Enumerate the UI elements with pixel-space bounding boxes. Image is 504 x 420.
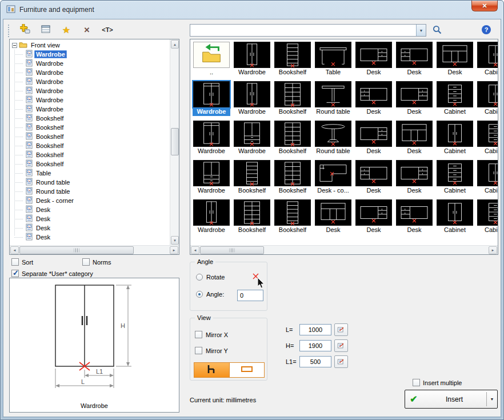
insert-multiple-checkbox[interactable]: [413, 379, 420, 386]
tree-vertical-scrollbar[interactable]: ▲ ▼: [170, 39, 179, 245]
tree-item-bookshelf[interactable]: Bookshelf: [10, 150, 170, 159]
grid-cell-desk[interactable]: Desk: [355, 121, 393, 157]
grid-cell-desk[interactable]: Desk: [436, 42, 474, 78]
search-combobox[interactable]: ▼: [190, 24, 426, 37]
angle-value-input[interactable]: [237, 290, 263, 301]
grid-cell-wardrobe[interactable]: Wardrobe: [193, 199, 230, 236]
scroll-left-arrow[interactable]: ◄: [191, 246, 199, 254]
angle-radio[interactable]: [196, 291, 203, 298]
delete-button[interactable]: ✕: [79, 22, 95, 37]
grid-cell-desk[interactable]: Desk: [355, 160, 393, 197]
scroll-up-arrow[interactable]: ▲: [171, 40, 179, 49]
close-button[interactable]: ✕: [471, 1, 498, 11]
scroll-right-arrow[interactable]: ►: [489, 246, 497, 254]
tree-root-front-view[interactable]: Front view: [10, 41, 170, 50]
rotate-radio[interactable]: [196, 274, 203, 281]
grid-cell-cabinet[interactable]: Cabinet: [436, 81, 474, 118]
grid-cell-cabinet[interactable]: Cabinet: [477, 121, 498, 157]
scroll-right-arrow[interactable]: ►: [170, 246, 178, 254]
grid-cell-bookshelf[interactable]: Bookshelf: [233, 160, 271, 197]
search-input[interactable]: [190, 25, 416, 36]
titlebar[interactable]: Furniture and equipment ✕: [1, 1, 503, 19]
grid-cell-cabinet[interactable]: Cabinet: [436, 160, 474, 197]
grid-cell-desk-co[interactable]: Desk - co...: [314, 160, 352, 197]
grid-cell-wardrobe[interactable]: Wardrobe: [233, 121, 271, 157]
scroll-left-arrow[interactable]: ◄: [10, 246, 19, 254]
grid-hscroll-thumb[interactable]: [200, 246, 264, 254]
tree-item-desk[interactable]: Desk: [10, 223, 170, 233]
tree-item-bookshelf[interactable]: Bookshelf: [10, 159, 170, 169]
tree-item-wardrobe[interactable]: Wardrobe: [10, 68, 170, 77]
grid-cell-bookshelf[interactable]: Bookshelf: [233, 199, 271, 236]
grid-cell-cabinet[interactable]: Cabinet: [436, 121, 474, 157]
grid-cell-desk[interactable]: Desk: [355, 42, 393, 78]
tree-hscroll-thumb[interactable]: [19, 246, 134, 254]
pick-from-drawing-button[interactable]: [334, 323, 348, 336]
grid-cell-wardrobe[interactable]: Wardrobe: [193, 121, 230, 157]
separate-user-category-checkbox[interactable]: [11, 270, 19, 277]
grid-cell-bookshelf[interactable]: Bookshelf: [274, 199, 311, 236]
norms-checkbox[interactable]: [82, 258, 90, 266]
grid-cell-bookshelf[interactable]: Bookshelf: [274, 81, 311, 118]
tree-vscroll-thumb[interactable]: [171, 128, 179, 155]
grid-cell-wardrobe[interactable]: Wardrobe: [193, 160, 230, 197]
grid-cell-wardrobe[interactable]: Wardrobe: [193, 81, 230, 118]
mirror-x-checkbox[interactable]: [195, 331, 202, 338]
grid-cell-desk[interactable]: Desk: [395, 199, 433, 236]
grid-cell-desk[interactable]: Desk: [355, 81, 393, 118]
tree-item-bookshelf[interactable]: Bookshelf: [10, 132, 170, 141]
grid-cell-desk[interactable]: Desk: [355, 199, 393, 236]
dim-input-l[interactable]: [299, 324, 331, 335]
grid-cell-table[interactable]: Table: [314, 42, 352, 78]
combo-dropdown-button[interactable]: ▼: [416, 25, 426, 36]
insert-dropdown-button[interactable]: ▼: [487, 390, 497, 408]
tree-item-bookshelf[interactable]: Bookshelf: [10, 114, 170, 123]
tree-item-desk[interactable]: Desk: [10, 214, 170, 223]
tree-item-bookshelf[interactable]: Bookshelf: [10, 141, 170, 150]
tree-item-wardrobe[interactable]: Wardrobe: [10, 95, 170, 105]
search-button[interactable]: [430, 23, 445, 37]
grid-cell-desk[interactable]: Desk: [395, 42, 433, 78]
grid-cell-bookshelf[interactable]: Bookshelf: [274, 160, 311, 197]
top-view-toggle-button[interactable]: [229, 363, 265, 377]
text-insert-button[interactable]: <T>: [99, 22, 115, 37]
tree-item-round-table[interactable]: Round table: [10, 178, 170, 187]
pick-from-drawing-button[interactable]: [334, 355, 348, 368]
dim-input-h[interactable]: [299, 340, 331, 351]
tree-item-wardrobe[interactable]: Wardrobe: [10, 77, 170, 86]
favorites-button[interactable]: ★: [58, 22, 74, 37]
pick-from-drawing-button[interactable]: [334, 339, 348, 352]
scroll-down-arrow[interactable]: ▼: [171, 236, 179, 245]
collapse-icon[interactable]: [12, 43, 17, 48]
tree-item-desk[interactable]: Desk: [10, 205, 170, 214]
front-view-toggle-button[interactable]: [194, 363, 229, 377]
tree-item-wardrobe[interactable]: Wardrobe: [10, 86, 170, 95]
tree-item-bookshelf[interactable]: Bookshelf: [10, 123, 170, 132]
tree-item-round-table[interactable]: Round table: [10, 187, 170, 196]
insert-split-button[interactable]: ✔ Insert ▼: [405, 390, 498, 409]
grid-horizontal-scrollbar[interactable]: ◄ ►: [190, 245, 498, 254]
tree-item-wardrobe[interactable]: Wardrobe: [10, 50, 170, 59]
tree-horizontal-scrollbar[interactable]: ◄ ►: [10, 245, 179, 254]
dim-input-l1[interactable]: [299, 356, 331, 367]
grid-cell-bookshelf[interactable]: Bookshelf: [274, 121, 311, 157]
grid-cell-round-table[interactable]: Round table: [314, 121, 352, 157]
toolbar-grip[interactable]: [8, 25, 9, 37]
grid-cell-cabinet[interactable]: Cabinet: [477, 199, 498, 236]
grid-cell-cabinet[interactable]: Cabinet: [477, 160, 498, 197]
grid-cell-cabinet[interactable]: Cabinet: [477, 42, 498, 78]
tree-item-desk-corner[interactable]: Desk - corner: [10, 196, 170, 205]
grid-cell-cabinet[interactable]: Cabinet: [477, 81, 498, 118]
details-button[interactable]: [38, 22, 54, 37]
tree-item-wardrobe[interactable]: Wardrobe: [10, 105, 170, 114]
grid-cell-desk[interactable]: Desk: [395, 160, 433, 197]
grid-cell-wardrobe[interactable]: Wardrobe: [233, 81, 271, 118]
tree-item-wardrobe[interactable]: Wardrobe: [10, 59, 170, 68]
grid-cell-desk[interactable]: Desk: [395, 81, 433, 118]
grid-cell-up-folder[interactable]: ..: [193, 42, 230, 78]
tree-item-desk[interactable]: Desk: [10, 233, 170, 242]
help-button[interactable]: ?: [481, 25, 491, 35]
grid-cell-desk[interactable]: Desk: [314, 199, 352, 236]
grid-cell-bookshelf[interactable]: Bookshelf: [274, 42, 311, 78]
grid-cell-round-table[interactable]: Round table: [314, 81, 352, 118]
